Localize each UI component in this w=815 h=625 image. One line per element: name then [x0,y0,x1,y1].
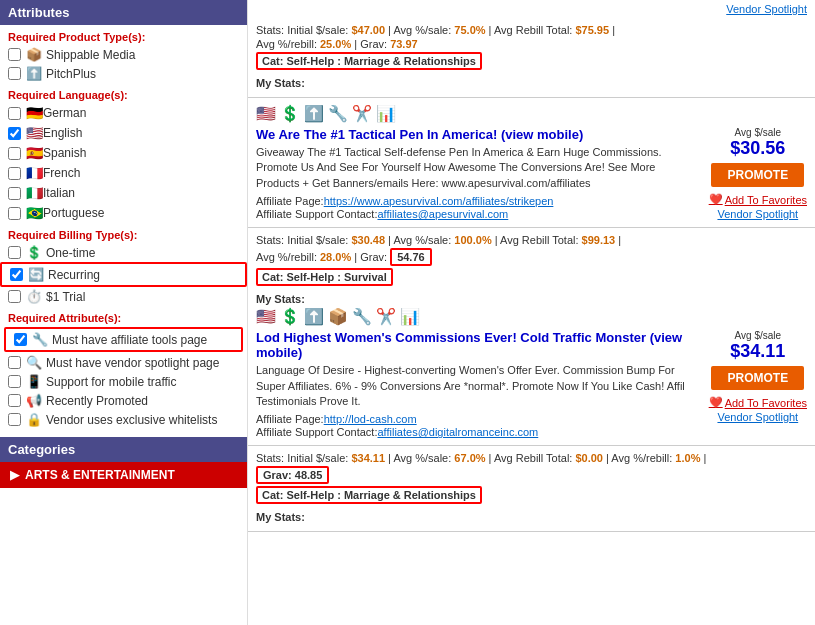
checkbox-recently-promoted[interactable] [8,394,21,407]
product-1-initial-sale: $47.00 [351,24,385,36]
checkbox-trial[interactable] [8,290,21,303]
product-3-vendor-spotlight-link[interactable]: Vendor Spotlight [717,411,798,423]
sidebar-header: Attributes [0,0,247,25]
product-3-row: Lod Highest Women's Commissions Ever! Co… [256,330,807,439]
sidebar-item-italian[interactable]: 🇮🇹 Italian [0,183,247,203]
product-3-stats2: Avg %/rebill: 28.0% | Grav: 54.76 [256,248,807,266]
checkbox-affiliate-tools[interactable] [14,333,27,346]
sidebar-item-affiliate-tools[interactable]: 🔧 Must have affiliate tools page [4,327,243,352]
product-2-promote-button[interactable]: PROMOTE [711,163,804,187]
product-3-my-stats: My Stats: [256,293,807,305]
sidebar-item-recently-promoted[interactable]: 📢 Recently Promoted [0,391,247,410]
checkbox-shippable[interactable] [8,48,21,61]
sidebar-item-vendor-spotlight[interactable]: 🔍 Must have vendor spotlight page [0,353,247,372]
english-label: English [43,126,82,140]
spanish-label: Spanish [43,146,86,160]
product-2-affiliate-link[interactable]: https://www.apesurvival.com/affiliates/s… [324,195,554,207]
categories-header: Categories [0,437,247,462]
product-2-affiliate-page: Affiliate Page:https://www.apesurvival.c… [256,195,701,207]
main-content: Vendor Spotlight Stats: Initial $/sale: … [248,0,815,625]
product-3-initial-sale: $30.48 [351,234,385,246]
vendor-spotlight-anchor[interactable]: Vendor Spotlight [726,3,807,15]
required-product-types-label: Required Product Type(s): [0,25,247,45]
checkbox-vendor-spotlight[interactable] [8,356,21,369]
product-3-favorites-link[interactable]: ❤️ Add To Favorites [709,396,807,409]
product-card-1: Stats: Initial $/sale: $47.00 | Avg %/sa… [248,18,815,98]
trial-icon: ⏱️ [26,289,42,304]
product-4-my-stats: My Stats: [256,511,807,523]
product-1-grav: 73.97 [390,38,418,50]
product-1-avg-pct: 75.0% [454,24,485,36]
vendor-spotlight-top-link[interactable]: Vendor Spotlight [248,0,815,18]
product-2-title[interactable]: We Are The #1 Tactical Pen In America! (… [256,127,701,142]
arrow-up-icon: ⬆️ [304,104,324,123]
product-4-initial-sale: $34.11 [351,452,385,464]
sidebar-item-onetime[interactable]: 💲 One-time [0,243,247,262]
product-4-stats: Stats: Initial $/sale: $34.11 | Avg %/sa… [256,452,807,464]
product-card-2: 🇺🇸 💲 ⬆️ 🔧 ✂️ 📊 We Are The #1 Tactical Pe… [248,98,815,228]
product-1-stats: Stats: Initial $/sale: $47.00 | Avg %/sa… [256,24,807,36]
sidebar-item-english[interactable]: 🇺🇸 English [0,123,247,143]
product-3-promote-button[interactable]: PROMOTE [711,366,804,390]
product-2-flags: 🇺🇸 💲 ⬆️ 🔧 ✂️ 📊 [256,104,807,123]
checkbox-recurring[interactable] [10,268,23,281]
product-2-right: Avg $/sale $30.56 PROMOTE ❤️ Add To Favo… [709,127,807,220]
required-attributes-label: Required Attribute(s): [0,306,247,326]
required-languages-label: Required Language(s): [0,83,247,103]
product-card-4: Stats: Initial $/sale: $34.11 | Avg %/sa… [248,446,815,532]
product-3-avg-pct: 100.0% [454,234,491,246]
product-4-grav-badge: Grav: 48.85 [256,466,329,484]
affiliate-tools-icon: 🔧 [32,332,48,347]
sidebar-item-trial[interactable]: ⏱️ $1 Trial [0,287,247,306]
product-3-desc: Language Of Desire - Highest-converting … [256,363,701,409]
product-1-my-stats: My Stats: [256,77,807,89]
sidebar-item-portuguese[interactable]: 🇧🇷 Portuguese [0,203,247,223]
sidebar-item-french[interactable]: 🇫🇷 French [0,163,247,183]
checkbox-pitchplus[interactable] [8,67,21,80]
sidebar-item-spanish[interactable]: 🇪🇸 Spanish [0,143,247,163]
checkbox-german[interactable] [8,107,21,120]
trial-label: $1 Trial [46,290,85,304]
sidebar-item-german[interactable]: 🇩🇪 German [0,103,247,123]
checkbox-italian[interactable] [8,187,21,200]
checkbox-spanish[interactable] [8,147,21,160]
tools-icon: 🔧 [328,104,348,123]
product-1-stats2: Avg %/rebill: 25.0% | Grav: 73.97 [256,38,807,50]
sidebar-item-shippable[interactable]: 📦 Shippable Media [0,45,247,64]
checkbox-mobile-traffic[interactable] [8,375,21,388]
arts-entertainment-category[interactable]: ▶ ARTS & ENTERTAINMENT [0,462,247,488]
product-3-avg-price: $34.11 [730,341,785,362]
product-2-vendor-spotlight-link[interactable]: Vendor Spotlight [717,208,798,220]
product-3-affiliate-link[interactable]: http://lod-cash.com [324,413,417,425]
flag-italian: 🇮🇹 [26,185,43,201]
scissors-icon: ✂️ [352,104,372,123]
dollar-icon-2: 💲 [280,307,300,326]
mobile-traffic-icon: 📱 [26,374,42,389]
product-3-avg-label: Avg $/sale [735,330,782,341]
whitelists-label: Vendor uses exclusive whitelists [46,413,217,427]
product-2-favorites-link[interactable]: ❤️ Add To Favorites [709,193,807,206]
product-4-rebill: $0.00 [575,452,603,464]
chart-icon: 📊 [376,104,396,123]
product-3-right: Avg $/sale $34.11 PROMOTE ❤️ Add To Favo… [709,330,807,423]
checkbox-english[interactable] [8,127,21,140]
scissors-icon-2: ✂️ [376,307,396,326]
checkbox-french[interactable] [8,167,21,180]
flag-english: 🇺🇸 [26,125,43,141]
sidebar-item-pitchplus[interactable]: ⬆️ PitchPlus [0,64,247,83]
checkbox-whitelists[interactable] [8,413,21,426]
checkbox-portuguese[interactable] [8,207,21,220]
sidebar-item-whitelists[interactable]: 🔒 Vendor uses exclusive whitelists [0,410,247,429]
product-1-rebill-pct: 25.0% [320,38,351,50]
product-3-title[interactable]: Lod Highest Women's Commissions Ever! Co… [256,330,701,360]
affiliate-tools-label: Must have affiliate tools page [52,333,207,347]
sidebar-item-mobile-traffic[interactable]: 📱 Support for mobile traffic [0,372,247,391]
product-4-stats2: Grav: 48.85 [256,466,807,484]
onetime-label: One-time [46,246,95,260]
product-3-support-link[interactable]: affiliates@digitalromanceinc.com [377,426,538,438]
checkbox-onetime[interactable] [8,246,21,259]
flag-usa-2: 🇺🇸 [256,307,276,326]
sidebar-item-recurring[interactable]: 🔄 Recurring [0,262,247,287]
product-2-support-link[interactable]: affiliates@apesurvival.com [377,208,508,220]
product-3-grav-badge: 54.76 [390,248,432,266]
